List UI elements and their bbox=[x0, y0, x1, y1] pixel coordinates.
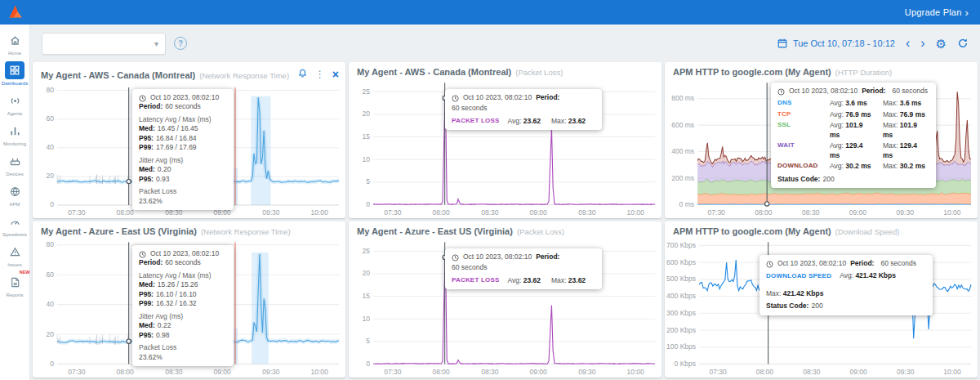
monitoring-icon bbox=[5, 122, 24, 140]
prev-period-button[interactable]: ‹ bbox=[906, 37, 910, 50]
svg-text:40: 40 bbox=[47, 300, 55, 308]
svg-text:10:00: 10:00 bbox=[627, 368, 644, 376]
logo-icon bbox=[7, 3, 24, 21]
sidebar-item-label: Monitoring bbox=[3, 141, 26, 146]
sidebar-item-label: Home bbox=[8, 51, 21, 56]
refresh-icon[interactable] bbox=[957, 38, 969, 49]
tooltip-timestamp: Oct 10 2023, 08:02:10 bbox=[463, 253, 532, 262]
chart-tooltip: Oct 10 2023, 08:02:10Period:60 seconds D… bbox=[771, 83, 936, 188]
svg-text:20: 20 bbox=[363, 269, 371, 277]
agents-icon bbox=[5, 92, 24, 110]
panel-header: APM HTTP to google.com (My Agent) (HTTP … bbox=[665, 62, 978, 78]
calendar-icon bbox=[777, 38, 788, 49]
panel-header: My Agent - AWS - Canada (Montreal) (Pack… bbox=[349, 62, 662, 78]
clock-icon bbox=[777, 88, 785, 96]
sidebar-item-speedtests[interactable]: Speedtests bbox=[0, 212, 30, 237]
svg-text:07:30: 07:30 bbox=[384, 368, 401, 376]
sidebar-item-label: Dashboards bbox=[2, 81, 28, 86]
svg-text:10:00: 10:00 bbox=[627, 208, 644, 217]
svg-text:08:30: 08:30 bbox=[481, 368, 498, 376]
svg-text:07:30: 07:30 bbox=[384, 208, 401, 217]
dashboard-toolbar: ▾ ? Tue Oct 10, 07:18 - 10:12 ‹ › ⚙ bbox=[30, 25, 980, 62]
chart-tooltip: Oct 10 2023, 08:02:10Period:60 seconds D… bbox=[760, 255, 933, 315]
chart-packet-loss[interactable]: 051015202507:3008:0008:3009:0009:3010:00… bbox=[349, 78, 662, 218]
series-label: TCP bbox=[777, 110, 823, 119]
sidebar-item-dashboards[interactable]: Dashboards bbox=[0, 61, 30, 86]
tooltip-timestamp: Oct 10 2023, 08:02:10 bbox=[150, 93, 219, 102]
svg-text:500 Kbps: 500 Kbps bbox=[666, 275, 697, 283]
tooltip-section-heading: Packet Loss bbox=[139, 343, 227, 352]
app-logo[interactable] bbox=[7, 3, 24, 21]
chart-network-response-time[interactable]: 02040608007:3008:0008:3009:0009:3010:00 … bbox=[33, 237, 345, 378]
sidebar-item-monitoring[interactable]: Monitoring bbox=[0, 122, 30, 146]
kebab-menu-icon[interactable]: ⋮ bbox=[315, 69, 325, 79]
panel-azure-packet-loss: My Agent - Azure - East US (Virginia) (P… bbox=[349, 221, 662, 378]
panel-apm-download-speed: APM HTTP to google.com (My Agent) (Downl… bbox=[665, 221, 978, 378]
sidebar-item-agents[interactable]: Agents bbox=[0, 92, 30, 116]
sidebar-item-devices[interactable]: Devices bbox=[0, 152, 30, 177]
sidebar-item-label: Agents bbox=[7, 111, 23, 116]
help-icon[interactable]: ? bbox=[174, 37, 187, 50]
svg-text:15: 15 bbox=[363, 292, 371, 300]
svg-text:09:00: 09:00 bbox=[849, 208, 866, 217]
panel-title: My Agent - Azure - East US (Virginia) bbox=[41, 226, 197, 236]
time-range-label: Tue Oct 10, 07:18 - 10:12 bbox=[793, 38, 895, 48]
svg-text:5: 5 bbox=[366, 177, 370, 186]
sidebar-item-label: Speedtests bbox=[2, 232, 27, 237]
alert-bell-icon[interactable] bbox=[297, 67, 308, 82]
panel-subtitle: (HTTP Duration) bbox=[835, 68, 893, 77]
svg-text:0 Kbps: 0 Kbps bbox=[675, 360, 697, 368]
tooltip-section-heading: Jitter Avg (ms) bbox=[139, 156, 227, 165]
upgrade-plan-button[interactable]: Upgrade Plan › bbox=[905, 7, 969, 18]
top-bar: Upgrade Plan › bbox=[0, 0, 980, 25]
home-icon bbox=[5, 31, 24, 49]
sidebar-item-label: Devices bbox=[6, 172, 23, 177]
sidebar-item-apm[interactable]: APM bbox=[0, 182, 30, 207]
panel-header: My Agent - AWS - Canada (Montreal) (Netw… bbox=[33, 62, 345, 83]
new-badge: NEW bbox=[20, 270, 30, 275]
dashboard-select[interactable]: ▾ bbox=[42, 33, 166, 55]
series-label: WAIT bbox=[777, 141, 823, 160]
svg-text:07:30: 07:30 bbox=[708, 208, 725, 217]
svg-text:0: 0 bbox=[50, 360, 54, 368]
svg-text:08:00: 08:00 bbox=[117, 368, 134, 376]
svg-text:60: 60 bbox=[47, 114, 55, 123]
panel-subtitle: (Packet Loss) bbox=[515, 68, 563, 77]
svg-text:100 Kbps: 100 Kbps bbox=[666, 342, 697, 351]
time-range-picker[interactable]: Tue Oct 10, 07:18 - 10:12 bbox=[777, 38, 895, 49]
svg-text:0 ms: 0 ms bbox=[679, 200, 695, 208]
svg-text:08:00: 08:00 bbox=[756, 368, 773, 376]
chart-network-response-time[interactable]: 02040608007:3008:0008:3009:0009:3010:00 … bbox=[33, 83, 345, 218]
devices-icon bbox=[5, 152, 24, 170]
series-label: PACKET LOSS bbox=[452, 276, 500, 285]
svg-text:700 Kbps: 700 Kbps bbox=[666, 241, 697, 249]
svg-text:0: 0 bbox=[366, 360, 370, 368]
svg-text:10:00: 10:00 bbox=[311, 368, 328, 376]
panel-subtitle: (Download Speed) bbox=[835, 227, 900, 236]
sidebar-item-home[interactable]: Home bbox=[0, 31, 30, 56]
tooltip-section-heading: Jitter Avg (ms) bbox=[139, 312, 227, 321]
chart-tooltip: Oct 10 2023, 08:02:10 Period:60 seconds … bbox=[132, 245, 234, 366]
chart-packet-loss[interactable]: 051015202507:3008:0008:3009:0009:3010:00… bbox=[349, 237, 662, 378]
svg-text:09:30: 09:30 bbox=[897, 208, 914, 217]
next-period-button[interactable]: › bbox=[920, 37, 924, 50]
panel-header: APM HTTP to google.com (My Agent) (Downl… bbox=[665, 221, 978, 237]
chart-http-duration[interactable]: 0 ms200 ms400 ms600 ms800 ms07:3008:0008… bbox=[665, 78, 978, 218]
settings-gear-icon[interactable]: ⚙ bbox=[936, 38, 947, 50]
panel-title: My Agent - AWS - Canada (Montreal) bbox=[357, 67, 511, 77]
chart-download-speed[interactable]: 0 Kbps100 Kbps200 Kbps300 Kbps400 Kbps50… bbox=[665, 237, 978, 378]
sidebar-item-issues[interactable]: Issues bbox=[0, 243, 30, 267]
panel-azure-response-time: My Agent - Azure - East US (Virginia) (N… bbox=[33, 221, 345, 378]
svg-text:40: 40 bbox=[47, 143, 55, 151]
panel-header: My Agent - Azure - East US (Virginia) (N… bbox=[33, 221, 345, 237]
panel-subtitle: (Network Response Time) bbox=[199, 71, 289, 80]
chevron-down-icon: ▾ bbox=[154, 39, 158, 48]
svg-text:08:30: 08:30 bbox=[803, 368, 820, 376]
clock-icon bbox=[452, 95, 459, 102]
svg-text:08:30: 08:30 bbox=[481, 208, 498, 217]
close-icon[interactable]: × bbox=[332, 69, 339, 80]
tooltip-timestamp: Oct 10 2023, 08:02:10 bbox=[777, 259, 846, 268]
clock-icon bbox=[139, 95, 146, 102]
tooltip-section-heading: Packet Loss bbox=[139, 187, 227, 196]
sidebar-item-reports[interactable]: NEW Reports bbox=[0, 273, 30, 297]
